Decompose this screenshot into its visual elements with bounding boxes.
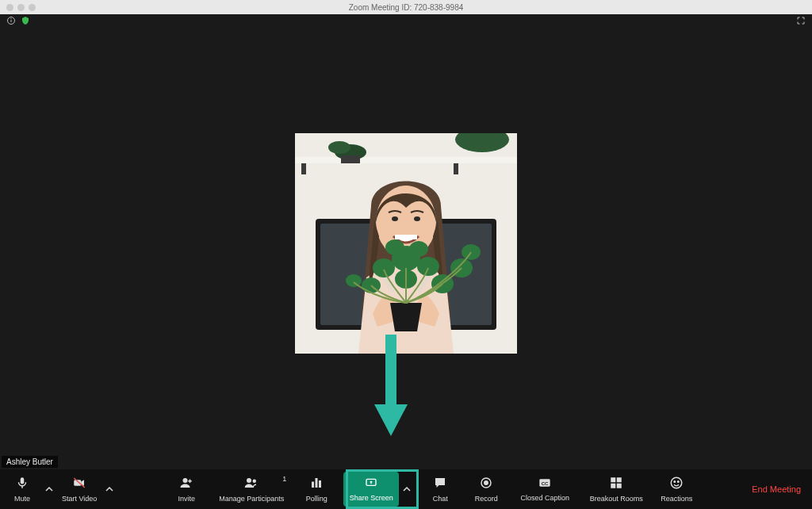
breakout-rooms-button[interactable]: Breakout Rooms [584,472,648,507]
participant-video-tile[interactable] [295,133,517,354]
svg-point-49 [674,481,676,483]
polling-button[interactable]: Polling [297,472,335,507]
encryption-lock-icon[interactable] [21,16,30,25]
svg-rect-5 [301,163,306,174]
svg-rect-29 [21,477,25,484]
svg-point-2 [11,18,12,19]
svg-text:CC: CC [542,481,549,486]
invite-button[interactable]: Invite [167,472,205,507]
end-meeting-button[interactable]: End Meeting [749,480,804,499]
polling-label: Polling [306,495,327,503]
share-screen-icon [363,476,379,492]
svg-point-16 [414,216,420,221]
svg-point-48 [672,477,683,488]
svg-point-21 [385,239,404,255]
audio-options-caret[interactable] [43,472,56,507]
svg-point-41 [485,481,488,485]
record-icon [479,476,493,493]
participant-name-tag: Ashley Butler [2,456,58,468]
reactions-icon [669,476,684,493]
reactions-label: Reactions [661,495,692,503]
svg-rect-37 [316,478,318,488]
camera-off-icon [71,476,87,493]
svg-rect-47 [617,484,622,488]
svg-rect-36 [312,482,314,488]
chat-button[interactable]: Chat [421,472,459,507]
svg-point-27 [346,274,362,287]
reactions-button[interactable]: Reactions [656,472,697,507]
start-video-button[interactable]: Start Video [57,472,102,507]
participants-count-badge: 1 [282,475,286,483]
svg-rect-45 [617,477,622,482]
closed-caption-label: Closed Caption [521,494,570,502]
info-icon[interactable] [6,16,16,25]
svg-point-22 [409,241,428,257]
svg-point-8 [328,141,350,154]
record-button[interactable]: Record [467,472,505,507]
breakout-rooms-icon [609,476,623,493]
enter-fullscreen-icon[interactable] [796,16,806,25]
chat-icon [433,476,447,493]
svg-rect-17 [395,235,417,239]
svg-point-34 [247,478,251,483]
invite-label: Invite [178,495,196,503]
share-screen-button[interactable]: Share Screen [343,472,399,507]
window-title: Zoom Meeting ID: 720-838-9984 [0,3,812,12]
video-options-caret[interactable] [103,472,116,507]
meeting-top-strip [0,14,812,29]
annotation-arrow-icon [371,335,411,441]
mute-button[interactable]: Mute [3,472,41,507]
svg-rect-44 [611,477,616,482]
svg-rect-6 [454,163,458,174]
svg-rect-38 [319,480,321,488]
record-label: Record [475,495,498,503]
svg-rect-9 [341,155,360,163]
microphone-icon [15,476,29,493]
manage-participants-button[interactable]: 1 Manage Participants [213,472,289,507]
polling-icon [309,476,324,493]
svg-point-33 [183,478,188,483]
svg-point-50 [678,481,680,483]
meeting-toolbar: Mute Start Video Invite 1 Manage Pa [0,469,812,509]
svg-point-19 [373,258,395,277]
start-video-label: Start Video [62,495,97,503]
share-options-caret[interactable] [400,472,413,507]
svg-point-20 [417,257,439,276]
closed-caption-button[interactable]: CC Closed Caption [513,472,576,507]
svg-rect-46 [611,484,616,488]
breakout-rooms-label: Breakout Rooms [590,495,643,503]
chat-label: Chat [433,495,448,503]
invite-icon [178,476,194,493]
closed-caption-icon: CC [536,476,553,492]
svg-point-15 [392,216,398,221]
mute-label: Mute [14,495,30,503]
svg-point-35 [253,480,257,484]
share-screen-label: Share Screen [350,494,393,502]
manage-participants-label: Manage Participants [219,495,284,503]
svg-rect-4 [295,157,517,163]
participants-icon [243,476,260,493]
window-titlebar: Zoom Meeting ID: 720-838-9984 [0,0,812,14]
